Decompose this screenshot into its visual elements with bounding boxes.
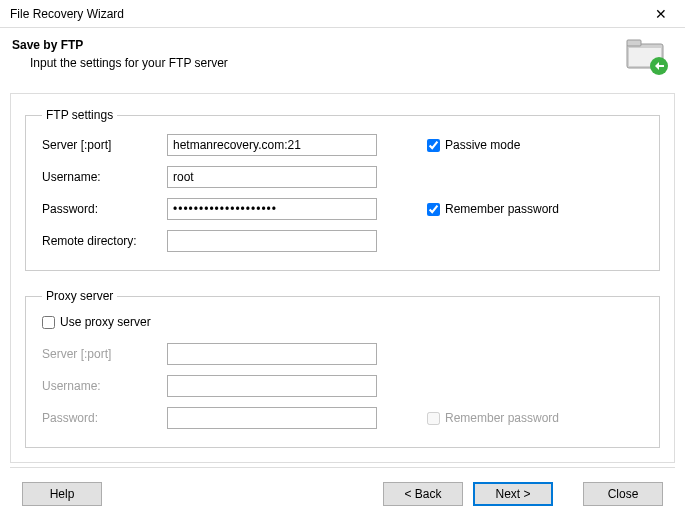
proxy-password-label: Password: <box>42 411 167 425</box>
ftp-remote-input[interactable] <box>167 230 377 252</box>
ftp-settings-group: FTP settings Server [:port] Passive mode… <box>25 108 660 271</box>
page-title: Save by FTP <box>12 38 228 52</box>
ftp-password-input[interactable] <box>167 198 377 220</box>
ftp-remote-label: Remote directory: <box>42 234 167 248</box>
ftp-username-input[interactable] <box>167 166 377 188</box>
use-proxy-checkbox-label[interactable]: Use proxy server <box>42 315 151 329</box>
use-proxy-checkbox[interactable] <box>42 316 55 329</box>
wizard-header: Save by FTP Input the settings for your … <box>0 28 685 93</box>
remember-password-checkbox-label[interactable]: Remember password <box>427 202 559 216</box>
folder-ftp-icon <box>623 36 669 79</box>
proxy-username-label: Username: <box>42 379 167 393</box>
proxy-remember-checkbox <box>427 412 440 425</box>
close-icon[interactable]: ✕ <box>645 4 677 24</box>
close-button[interactable]: Close <box>583 482 663 506</box>
proxy-settings-group: Proxy server Use proxy server Server [:p… <box>25 289 660 448</box>
page-subtitle: Input the settings for your FTP server <box>12 56 228 70</box>
proxy-legend: Proxy server <box>42 289 117 303</box>
remember-password-checkbox[interactable] <box>427 203 440 216</box>
proxy-server-label: Server [:port] <box>42 347 167 361</box>
passive-mode-checkbox-label[interactable]: Passive mode <box>427 138 520 152</box>
ftp-server-input[interactable] <box>167 134 377 156</box>
passive-mode-text: Passive mode <box>445 138 520 152</box>
ftp-server-label: Server [:port] <box>42 138 167 152</box>
window-title: File Recovery Wizard <box>10 7 124 21</box>
ftp-legend: FTP settings <box>42 108 117 122</box>
proxy-remember-checkbox-label: Remember password <box>427 411 559 425</box>
use-proxy-text: Use proxy server <box>60 315 151 329</box>
help-button[interactable]: Help <box>22 482 102 506</box>
content-panel: FTP settings Server [:port] Passive mode… <box>10 93 675 463</box>
proxy-server-input <box>167 343 377 365</box>
ftp-password-label: Password: <box>42 202 167 216</box>
svg-rect-1 <box>627 40 641 46</box>
back-button[interactable]: < Back <box>383 482 463 506</box>
passive-mode-checkbox[interactable] <box>427 139 440 152</box>
proxy-remember-text: Remember password <box>445 411 559 425</box>
next-button[interactable]: Next > <box>473 482 553 506</box>
titlebar: File Recovery Wizard ✕ <box>0 0 685 28</box>
proxy-password-input <box>167 407 377 429</box>
button-bar: Help < Back Next > Close <box>10 467 675 506</box>
ftp-username-label: Username: <box>42 170 167 184</box>
proxy-username-input <box>167 375 377 397</box>
remember-password-text: Remember password <box>445 202 559 216</box>
